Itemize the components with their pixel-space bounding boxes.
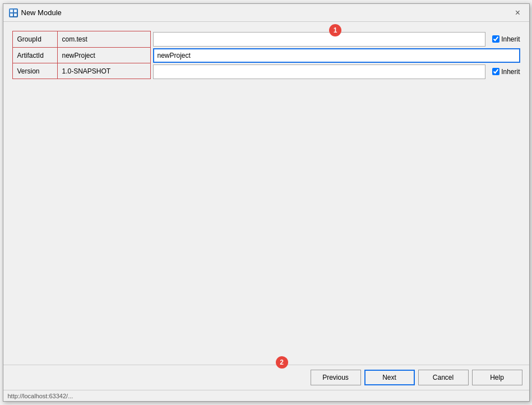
title-bar-left: New Module	[9, 8, 62, 17]
version-row: Version 1.0-SNAPSHOT	[13, 63, 150, 79]
previous-button[interactable]: Previous	[311, 370, 361, 385]
artifactid-static-value: newProject	[58, 48, 150, 63]
groupid-row: GroupId com.test	[13, 31, 150, 47]
version-inherit: Inherit	[492, 68, 520, 76]
groupid-input[interactable]	[153, 32, 486, 47]
dialog-title: New Module	[21, 8, 62, 17]
status-text: http://localhost:63342/...	[8, 393, 73, 399]
groupid-label: GroupId	[13, 31, 58, 47]
status-bar: http://localhost:63342/...	[3, 390, 529, 401]
button-bar: 2 Previous Next Cancel Help	[3, 365, 529, 390]
groupid-inherit-checkbox[interactable]	[492, 35, 499, 43]
new-module-dialog: New Module × GroupId com.test ArtifactId…	[3, 3, 530, 402]
dialog-content: GroupId com.test ArtifactId newProject V…	[3, 22, 529, 365]
badge-1: 1	[329, 24, 341, 36]
groupid-inherit: Inherit	[492, 35, 520, 43]
version-static-value: 1.0-SNAPSHOT	[58, 63, 150, 79]
module-icon	[9, 8, 18, 17]
artifactid-row: ArtifactId newProject	[13, 47, 150, 63]
version-label: Version	[13, 63, 58, 79]
svg-rect-1	[14, 10, 17, 12]
version-input[interactable]	[153, 65, 486, 79]
title-bar: New Module ×	[3, 4, 529, 22]
svg-rect-0	[10, 10, 13, 12]
version-inherit-checkbox[interactable]	[492, 68, 499, 75]
groupid-static-value: com.test	[58, 31, 150, 47]
svg-rect-2	[10, 13, 13, 16]
svg-rect-3	[14, 13, 17, 16]
labels-box: GroupId com.test ArtifactId newProject V…	[12, 31, 151, 79]
cancel-button[interactable]: Cancel	[418, 370, 469, 385]
badge-2: 2	[276, 356, 288, 369]
artifactid-label: ArtifactId	[13, 48, 58, 63]
artifactid-input[interactable]	[153, 48, 520, 63]
close-button[interactable]: ×	[512, 7, 524, 19]
next-button[interactable]: Next	[364, 370, 415, 385]
help-button[interactable]: Help	[472, 370, 522, 385]
